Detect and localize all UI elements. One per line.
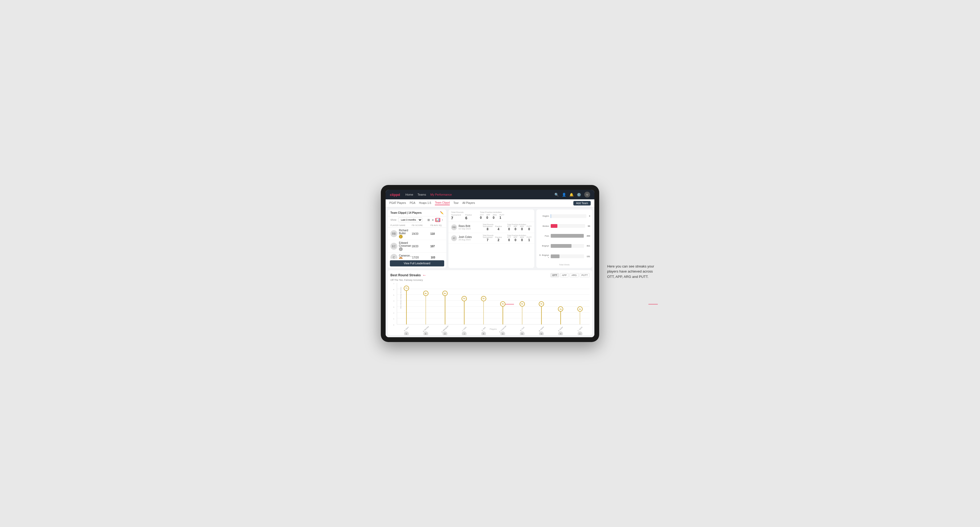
pb-score: 18/20 <box>412 245 430 248</box>
player-entry-rees: RB Rees Britt 02 Sep 2023 Total Rounds <box>449 222 534 233</box>
streaks-chart-container: Best Streak, Fairway Accuracy 7 6 5 4 3 … <box>390 283 590 332</box>
panel-header: Team Clippd | 14 Players ✏️ <box>388 210 446 216</box>
table-row: EC Edward Crossman 2 18/20 107 <box>388 240 446 252</box>
stat-col-app: APP 0 <box>514 237 517 242</box>
stat-val-putt: 1 <box>528 238 530 242</box>
bell-icon[interactable]: 🔔 <box>570 193 574 197</box>
tablet-frame: clippd Home Teams My Performance 🔍 👤 🔔 ⚙… <box>381 185 599 342</box>
stat-group-rounds: Total Rounds Tournament 7 Practice <box>482 235 502 242</box>
settings-icon[interactable]: ⚙️ <box>577 193 581 197</box>
streak-putt-button[interactable]: PUTT <box>580 273 590 277</box>
player-col-avatar: B <box>423 332 428 335</box>
tablet-screen: clippd Home Teams My Performance 🔍 👤 🔔 ⚙… <box>386 190 594 337</box>
player-column: 3x C. Quick C <box>570 283 590 324</box>
rounds-panel: Total Rounds Tournament7 Practice6 Total… <box>449 210 534 268</box>
view-leaderboard-button[interactable]: View Full Leaderboard <box>390 260 444 267</box>
y-label-7: 7 <box>393 283 394 284</box>
bar-container <box>551 234 584 238</box>
bar-fill <box>551 224 557 228</box>
export-icon[interactable]: ↑ <box>441 218 444 222</box>
stat-val-putt: 0 <box>528 227 530 231</box>
chart-icon[interactable]: 📊 <box>435 218 440 222</box>
player-column: 5x R. Britt R <box>474 283 493 324</box>
col-pb-avg: PB AVG SQ <box>430 224 444 227</box>
stat-label-putt: PUTT <box>527 237 531 238</box>
player-mini-avatar: JC <box>451 235 457 241</box>
streak-bubble: 3x <box>558 306 563 312</box>
stat-col-tournament: Tournament 8 <box>482 225 492 231</box>
streaks-header: Best Round Streaks ← OTT APP ARG PUTT <box>390 273 590 278</box>
player-info: RB Richard Butler 1 <box>390 229 412 238</box>
tab-pgat-players[interactable]: PGAT Players <box>389 202 406 205</box>
streak-ott-button[interactable]: OTT <box>550 273 559 277</box>
bar-row: Eagles 3 <box>538 214 590 218</box>
stat-col-arg: ARG 0 <box>520 225 524 231</box>
grid-icon[interactable]: ⊞ <box>427 218 430 222</box>
show-label: Show <box>390 219 396 221</box>
tab-team-clippd[interactable]: Team Clippd <box>435 201 450 205</box>
bar-container <box>551 254 584 258</box>
player-entry-info: Rees Britt 02 Sep 2023 <box>458 225 481 230</box>
nav-home[interactable]: Home <box>405 193 413 196</box>
streaks-title-text: Best Round Streaks <box>390 273 421 277</box>
player-column: 4x M. Maher M <box>532 283 551 324</box>
player-name: Edward Crossman <box>399 241 412 247</box>
bar-fill <box>551 244 571 248</box>
player-column: 6x D. Billingham D <box>435 283 455 324</box>
rank-badge-bronze: 3 <box>399 257 402 259</box>
col-headers: PLAYER NAME PB SCORE PB AVG SQ <box>388 223 446 227</box>
show-bar: Show Last 3 months Last 6 months Last ye… <box>388 216 446 223</box>
streak-bubble: 5x <box>461 296 467 301</box>
person-icon[interactable]: 👤 <box>562 193 566 197</box>
stat-val-ott: 0 <box>508 238 510 242</box>
stat-col-putt: PUTT 1 <box>527 237 531 242</box>
time-filter[interactable]: Last 3 months Last 6 months Last year <box>398 217 422 222</box>
tab-hcaps[interactable]: Hcaps 1-5 <box>419 202 431 205</box>
tab-tour[interactable]: Tour <box>453 202 458 205</box>
rank-badge-gold: 1 <box>399 235 402 238</box>
tab-pga[interactable]: PGA <box>410 202 415 205</box>
streak-arg-button[interactable]: ARG <box>570 273 579 277</box>
streak-app-button[interactable]: APP <box>560 273 568 277</box>
player-col-avatar: E <box>404 332 409 335</box>
stat-group-title: Total Practice Activities <box>508 224 531 225</box>
logo: clippd <box>390 193 400 197</box>
y-label-2: 2 <box>393 312 394 314</box>
player-avatar: EC <box>390 243 397 250</box>
stat-col-app: APP 0 <box>514 225 517 231</box>
streak-line <box>426 293 426 324</box>
search-icon[interactable]: 🔍 <box>554 193 559 197</box>
player-avatar: C <box>390 254 397 259</box>
player-entry-name: Josh Coles <box>458 236 481 238</box>
bar-value: 96 <box>588 225 590 227</box>
add-team-button[interactable]: Add Team <box>573 201 591 205</box>
stat-label-ott: OTT <box>508 237 511 238</box>
tab-all-players[interactable]: All Players <box>462 202 475 205</box>
x-axis-label: Players <box>397 328 590 330</box>
leaderboard-title: Team Clippd | 14 Players <box>390 211 422 214</box>
streaks-panel: Best Round Streaks ← OTT APP ARG PUTT Of… <box>388 270 592 335</box>
bar-label: Eagles <box>538 215 549 217</box>
player-info: C Cameron... 3 <box>390 254 412 259</box>
stat-val: 8 <box>487 227 488 231</box>
player-column: 4x B. Ford B <box>512 283 531 324</box>
player-info: EC Edward Crossman 2 <box>390 241 412 251</box>
nav-teams[interactable]: Teams <box>418 193 426 196</box>
stat-val-app: 0 <box>514 238 516 242</box>
sub-nav-tabs: PGAT Players PGA Hcaps 1-5 Team Clippd T… <box>389 201 475 205</box>
avatar[interactable]: U <box>584 192 590 197</box>
list-icon[interactable]: ≡ <box>431 218 434 222</box>
y-label-0: 0 <box>393 324 394 326</box>
bar-value: 131 <box>587 255 590 258</box>
stat-col-ott: OTT 0 <box>508 237 511 242</box>
edit-icon[interactable]: ✏️ <box>440 211 444 214</box>
stat-cols: Tournament 8 Practice 4 <box>482 225 502 231</box>
rank-badge-silver: 2 <box>399 247 402 251</box>
nav-my-performance[interactable]: My Performance <box>430 193 452 196</box>
stat-val-arg: 0 <box>521 227 523 231</box>
stat-group-practice: Total Practice Activities OTT 0 APP <box>508 235 531 242</box>
stat-val: 4 <box>498 227 500 231</box>
chart-panel: Eagles 3 Birdies 96 Pars 499 Bogeys 311 … <box>536 210 592 268</box>
stat-group-title: Total Rounds <box>482 224 502 225</box>
stat-group-rounds: Total Rounds Tournament 8 Practice <box>482 224 502 231</box>
